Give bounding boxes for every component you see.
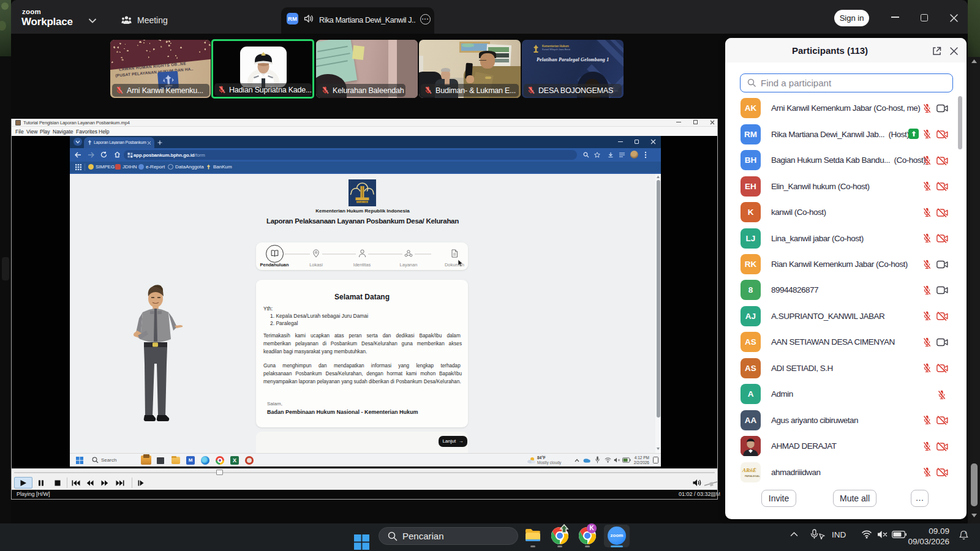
svg-text:z: z: [965, 531, 967, 534]
svg-text:PENGAYOMAN: PENGAYOMAN: [356, 201, 368, 203]
svg-text:PARALEGAL: PARALEGAL: [745, 474, 760, 478]
svg-text:ARňĖ: ARňĖ: [742, 467, 756, 473]
